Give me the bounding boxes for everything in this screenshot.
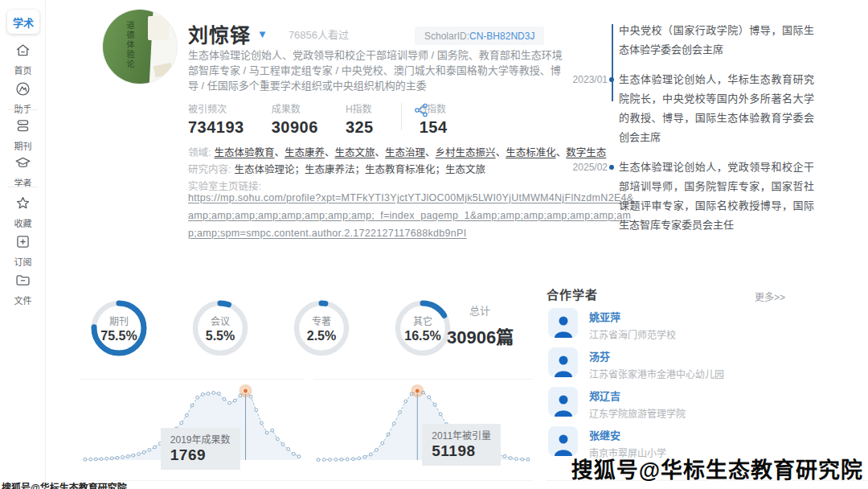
collaborator-row[interactable]: 张继安南京市翠屏山小学	[548, 426, 821, 456]
collaborator-name: 姚亚萍	[589, 309, 676, 324]
publications-trend-chart: 2019年成果数1769	[80, 379, 304, 481]
sidebar-item-订阅[interactable]: 订阅	[0, 233, 46, 268]
donut-center: 专著2.5%	[291, 298, 352, 359]
sidebar-item-label: 首页	[14, 64, 32, 76]
book-corner	[154, 63, 173, 77]
name-row: 刘惊铎 ▼ 76856人看过	[188, 19, 349, 48]
star-icon	[14, 195, 31, 215]
fields-label: 领域:	[188, 147, 211, 158]
stat-label: 被引频次	[188, 101, 244, 115]
stat-H指数: H指数325	[346, 101, 374, 137]
field-link-生态体验教育[interactable]: 生态体验教育	[214, 147, 274, 158]
stat-label: 成果数	[272, 101, 318, 115]
subscribe-icon	[14, 233, 31, 253]
stats-row: 被引频次734193成果数30906H指数325G指数154	[188, 101, 475, 137]
collaborator-row[interactable]: 郑辽吉辽东学院旅游管理学院	[548, 387, 821, 417]
timeline-dot	[609, 77, 614, 82]
scholar-avatar: 道德体验论	[103, 10, 177, 84]
donut-percent: 2.5%	[307, 329, 336, 343]
divider	[80, 480, 533, 481]
watermark: 搜狐号@华标生态教育研究院	[571, 453, 863, 484]
field-link-生态文旅[interactable]: 生态文旅	[335, 147, 375, 158]
timeline-dot	[609, 165, 614, 170]
collaborators-more-link[interactable]: 更多>>	[755, 290, 785, 303]
timeline-text: 生态体验理论创始人，华标生态教育研究院院长，中央党校等国内外多所著名大学的教授、…	[619, 73, 814, 143]
app-logo[interactable]: 学术	[7, 10, 39, 34]
home-icon	[14, 42, 31, 62]
collaborator-name: 汤芬	[589, 348, 724, 364]
scholar-icon	[14, 154, 31, 175]
field-link-乡村生态振兴[interactable]: 乡村生态振兴	[436, 147, 496, 158]
separator: 、	[375, 147, 386, 158]
citations-trend-chart: 2011年被引量51198	[313, 379, 533, 481]
separator: 、	[325, 147, 335, 158]
donut-label: 会议	[211, 314, 230, 327]
stat-成果数: 成果数30906	[272, 101, 318, 137]
person-icon	[548, 308, 578, 338]
lab-url-line[interactable]: p;amp;spm=smpc.content.author.2.17221271…	[188, 228, 551, 239]
chevron-down-icon[interactable]: ▼	[257, 28, 268, 40]
lab-url-line[interactable]: https://mp.sohu.com/profile?xpt=MTFkYTI3…	[188, 192, 551, 203]
sidebar-item-label: 订阅	[14, 255, 32, 268]
scholar-profile-page: { "app": { "logo": "学术" }, "sidebar": { …	[0, 0, 868, 489]
collaborator-affiliation: 江苏省海门师范学校	[589, 327, 676, 341]
folder-icon	[14, 272, 31, 292]
scholar-bio: 生态体验理论创始人、党政领导和校企干部培训导师 / 国务院、教育部和生态环境部智…	[188, 47, 569, 93]
donut-label: 期刊	[109, 314, 129, 327]
collaborator-info: 姚亚萍江苏省海门师范学校	[589, 308, 676, 341]
journals-icon	[14, 117, 31, 138]
field-link-生态治理[interactable]: 生态治理	[385, 147, 425, 158]
tooltip-value: 1769	[170, 446, 231, 464]
sidebar-item-收藏[interactable]: 收藏	[0, 195, 46, 229]
separator: 、	[275, 147, 285, 158]
view-count: 76856人看过	[289, 27, 349, 42]
book-title: 道德体验论	[124, 21, 136, 69]
collaborator-row[interactable]: 姚亚萍江苏省海门师范学校	[548, 308, 821, 338]
timeline-entry: 2025/02生态体验理论创始人，党政领导和校企干部培训导师，国务院智库专家，国…	[619, 158, 814, 235]
stat-value: 154	[420, 118, 448, 137]
timeline-date: 2023/01	[566, 70, 608, 89]
timeline-entry: 中央党校（国家行政学院）博导，国际生态体验学委会创会主席	[619, 21, 814, 60]
field-link-数字生态[interactable]: 数字生态	[566, 147, 606, 158]
donut-center: 会议5.5%	[190, 298, 251, 359]
stat-value: 30906	[272, 118, 318, 137]
sidebar-item-期刊[interactable]: 期刊	[0, 117, 46, 152]
donut-会议: 会议5.5%	[182, 294, 283, 364]
lab-link-row: 实验室主页链接:	[188, 178, 264, 193]
donut-label: 专著	[312, 314, 331, 327]
sidebar-item-文件[interactable]: 文件	[0, 272, 46, 306]
lab-url-line[interactable]: amp;amp;amp;amp;amp;amp;amp;amp;_f=index…	[188, 210, 551, 221]
field-link-生态标准化[interactable]: 生态标准化	[506, 147, 556, 158]
collaborators-header: 合作学者	[547, 286, 598, 302]
book-badge	[148, 16, 169, 40]
collaborator-row[interactable]: 汤芬江苏省张家港市金港中心幼儿园	[548, 347, 821, 377]
timeline-entry: 2023/01生态体验理论创始人，华标生态教育研究院院长，中央党校等国内外多所著…	[619, 70, 814, 147]
sidebar-item-label: 期刊	[14, 139, 32, 152]
donut-percent: 5.5%	[206, 329, 235, 343]
share-icon[interactable]	[413, 102, 429, 118]
donut-期刊: 期刊75.5%	[80, 294, 182, 364]
separator: 、	[425, 147, 436, 158]
stat-label: H指数	[346, 101, 374, 115]
total-box: 总计 30906篇	[447, 302, 514, 348]
sidebar-item-首页[interactable]: 首页	[0, 42, 46, 76]
donut-label: 其它	[413, 314, 432, 327]
collaborator-name: 郑辽吉	[589, 388, 686, 403]
collaborator-affiliation: 江苏省张家港市金港中心幼儿园	[589, 367, 724, 380]
sidebar-item-label: 文件	[14, 294, 32, 306]
field-link-生态康养[interactable]: 生态康养	[285, 147, 325, 158]
separator: 、	[556, 147, 567, 158]
total-value: 30906篇	[447, 323, 514, 348]
sidebar-item-label: 收藏	[14, 216, 32, 229]
composition-donuts: 期刊75.5%会议5.5%专著2.5%其它16.5%	[80, 294, 485, 364]
donut-center: 其它16.5%	[392, 298, 453, 359]
research-content: 生态体验理论；生态康养法；生态教育标准化；生态文旅	[234, 164, 485, 175]
person-icon	[548, 426, 578, 456]
stat-value: 734193	[188, 118, 244, 137]
sidebar-item-学者[interactable]: 学者	[0, 154, 46, 189]
timeline-text: 中央党校（国家行政学院）博导，国际生态体验学委会创会主席	[619, 24, 814, 55]
fields-links: 生态体验教育、生态康养、生态文旅、生态治理、乡村生态振兴、生态标准化、数字生态	[214, 147, 606, 158]
assistant-icon	[14, 80, 31, 101]
divider	[8, 109, 38, 110]
separator: 、	[496, 147, 506, 158]
